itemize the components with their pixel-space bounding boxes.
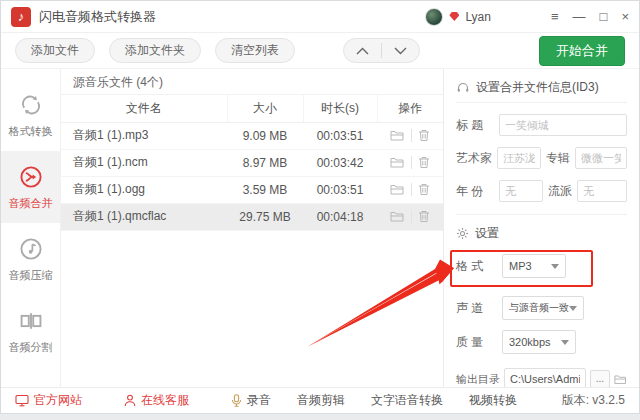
output-dir-label: 输出目录 <box>456 372 500 387</box>
sidebar-item-audio-merge[interactable]: 音频合并 <box>1 151 60 223</box>
vip-gem-icon <box>449 12 459 21</box>
file-size: 8.97 MB <box>227 149 303 176</box>
file-list-title: 源音乐文件 (4个) <box>61 69 443 95</box>
id3-title-label: 标 题 <box>456 117 494 134</box>
channel-select[interactable]: 与源音频一致 <box>502 296 584 320</box>
sidebar: 格式转换 音频合并 音频压缩 音频分割 <box>1 69 61 389</box>
id3-year-label: 年 份 <box>456 183 494 200</box>
open-folder-icon[interactable] <box>390 183 405 196</box>
id3-album-input[interactable] <box>575 147 627 169</box>
table-row[interactable]: 音频1 (1).ncm 8.97 MB 00:03:42 <box>61 149 443 176</box>
open-output-folder-icon[interactable] <box>614 373 627 386</box>
id3-album-label: 专辑 <box>546 150 570 167</box>
chevron-up-icon <box>356 47 369 55</box>
id3-year-input[interactable] <box>499 180 543 202</box>
app-logo-icon: ♪ <box>11 7 31 27</box>
merge-arrow-icon <box>18 164 44 190</box>
id3-title-input[interactable] <box>499 114 627 136</box>
record-link[interactable]: 录音 <box>231 392 271 409</box>
sidebar-item-format-convert[interactable]: 格式转换 <box>1 79 60 151</box>
sidebar-item-label: 音频压缩 <box>9 268 53 283</box>
app-title: 闪电音频格式转换器 <box>39 8 425 26</box>
chevron-down-icon <box>394 47 407 55</box>
table-row[interactable]: 音频1 (1).ogg 3.59 MB 00:03:51 <box>61 176 443 203</box>
settings-panel: 设置合并文件信息(ID3) 标 题 艺术家 专辑 年 份 流派 <box>443 69 639 389</box>
chevron-down-icon <box>561 340 569 345</box>
quality-label: 质 量 <box>456 334 494 351</box>
id3-genre-input[interactable] <box>577 180 627 202</box>
delete-trash-icon[interactable] <box>418 183 430 196</box>
file-duration: 00:03:51 <box>303 176 377 203</box>
sidebar-item-audio-compress[interactable]: 音频压缩 <box>1 223 60 295</box>
menu-icon[interactable]: ≡ <box>551 10 559 23</box>
user-account[interactable]: Lyan <box>425 8 491 26</box>
minimize-icon[interactable]: — <box>573 10 586 23</box>
online-support-label: 在线客服 <box>141 392 189 409</box>
delete-trash-icon[interactable] <box>418 156 430 169</box>
open-folder-icon[interactable] <box>390 210 405 223</box>
file-duration: 00:04:18 <box>303 203 377 230</box>
file-size: 9.09 MB <box>227 122 303 149</box>
record-label: 录音 <box>247 392 271 409</box>
music-note-circle-icon <box>18 236 44 262</box>
file-table: 文件名 大小 时长(s) 操作 音频1 (1).mp3 9.09 MB 00:0… <box>61 95 443 231</box>
settings-section-title: 设置 <box>475 225 499 242</box>
chevron-down-icon <box>569 306 577 311</box>
format-value: MP3 <box>509 260 532 272</box>
delete-trash-icon[interactable] <box>418 210 430 223</box>
sidebar-item-label: 音频合并 <box>9 196 53 211</box>
monitor-icon <box>15 394 29 407</box>
quality-value: 320kbps <box>509 336 551 348</box>
column-header-duration: 时长(s) <box>303 95 377 122</box>
headphones-icon <box>456 81 470 94</box>
table-header-row: 文件名 大小 时长(s) 操作 <box>61 95 443 122</box>
column-header-filename: 文件名 <box>61 95 227 122</box>
id3-genre-label: 流派 <box>548 183 572 200</box>
online-support-link[interactable]: 在线客服 <box>124 392 189 409</box>
table-row-selected[interactable]: 音频1 (1).qmcflac 29.75 MB 00:04:18 <box>61 203 443 230</box>
add-file-button[interactable]: 添加文件 <box>15 38 95 62</box>
microphone-icon <box>231 394 242 407</box>
maximize-icon[interactable]: □ <box>600 10 608 23</box>
channel-label: 声 道 <box>456 300 494 317</box>
browse-button[interactable]: ... <box>590 370 610 388</box>
title-bar: ♪ 闪电音频格式转换器 Lyan ≡ — □ × <box>1 1 639 33</box>
delete-trash-icon[interactable] <box>418 129 430 142</box>
column-header-ops: 操作 <box>377 95 443 122</box>
tts-link[interactable]: 文字语音转换 <box>371 392 443 409</box>
file-name: 音频1 (1).qmcflac <box>61 203 227 230</box>
open-folder-icon[interactable] <box>390 156 405 169</box>
sidebar-item-label: 格式转换 <box>9 124 53 139</box>
file-name: 音频1 (1).ogg <box>61 176 227 203</box>
start-merge-button[interactable]: 开始合并 <box>539 36 625 66</box>
file-duration: 00:03:42 <box>303 149 377 176</box>
table-row[interactable]: 音频1 (1).mp3 9.09 MB 00:03:51 <box>61 122 443 149</box>
app-window: ♪ 闪电音频格式转换器 Lyan ≡ — □ × 添加文件 添加文件夹 清空列表 <box>0 0 640 414</box>
close-icon[interactable]: × <box>621 10 629 23</box>
clear-list-button[interactable]: 清空列表 <box>215 38 295 62</box>
move-up-button[interactable] <box>344 45 381 57</box>
video-convert-link[interactable]: 视频转换 <box>469 392 517 409</box>
id3-section-title: 设置合并文件信息(ID3) <box>476 79 599 96</box>
video-convert-label: 视频转换 <box>469 392 517 409</box>
id3-artist-label: 艺术家 <box>456 150 492 167</box>
move-down-button[interactable] <box>382 45 419 57</box>
id3-artist-input[interactable] <box>497 147 541 169</box>
refresh-arrows-icon <box>18 92 44 118</box>
gear-icon <box>456 227 469 240</box>
sidebar-item-audio-split[interactable]: 音频分割 <box>1 295 60 367</box>
official-site-link[interactable]: 官方网站 <box>15 392 82 409</box>
column-header-size: 大小 <box>227 95 303 122</box>
sidebar-item-label: 音频分割 <box>9 340 53 355</box>
version-label: 版本: v3.2.5 <box>562 392 625 409</box>
file-size: 29.75 MB <box>227 203 303 230</box>
file-name: 音频1 (1).mp3 <box>61 122 227 149</box>
add-folder-button[interactable]: 添加文件夹 <box>109 38 201 62</box>
official-site-label: 官方网站 <box>34 392 82 409</box>
quality-select[interactable]: 320kbps <box>502 330 576 354</box>
avatar[interactable] <box>425 8 443 26</box>
channel-value: 与源音频一致 <box>509 301 569 315</box>
audio-edit-link[interactable]: 音频剪辑 <box>297 392 345 409</box>
open-folder-icon[interactable] <box>390 129 405 142</box>
format-select[interactable]: MP3 <box>502 254 566 278</box>
